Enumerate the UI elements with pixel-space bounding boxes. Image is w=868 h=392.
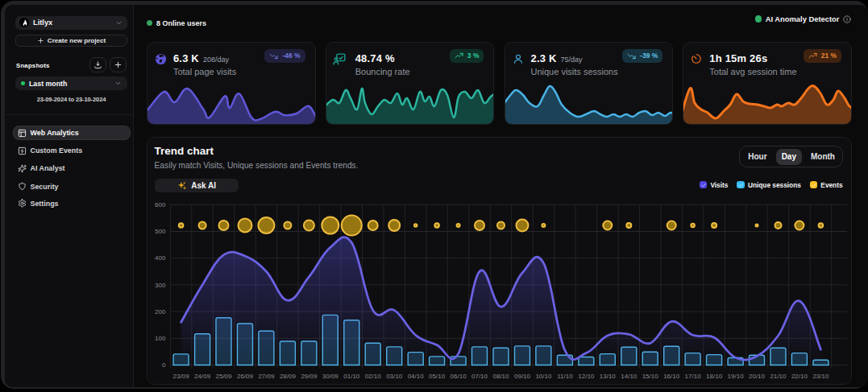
- svg-text:22/10: 22/10: [791, 373, 808, 380]
- svg-text:04/10: 04/10: [408, 373, 425, 380]
- svg-text:08/10: 08/10: [492, 373, 509, 380]
- svg-text:500: 500: [155, 228, 166, 235]
- svg-text:21/10: 21/10: [770, 373, 787, 380]
- svg-text:23/10: 23/10: [812, 373, 829, 380]
- svg-text:07/10: 07/10: [471, 373, 488, 380]
- svg-text:29/09: 29/09: [301, 373, 318, 380]
- svg-text:15/10: 15/10: [642, 373, 659, 380]
- svg-text:23/09: 23/09: [173, 373, 190, 380]
- svg-text:24/09: 24/09: [194, 373, 211, 380]
- svg-text:12/10: 12/10: [578, 373, 595, 380]
- svg-text:13/10: 13/10: [600, 373, 617, 380]
- svg-text:300: 300: [155, 281, 166, 288]
- svg-text:20/10: 20/10: [749, 373, 766, 380]
- svg-text:10/10: 10/10: [535, 373, 552, 380]
- svg-text:05/10: 05/10: [429, 373, 446, 380]
- svg-text:0: 0: [162, 361, 166, 369]
- svg-text:06/10: 06/10: [451, 373, 467, 380]
- svg-text:26/09: 26/09: [237, 373, 254, 380]
- svg-text:600: 600: [155, 201, 166, 208]
- svg-text:09/10: 09/10: [514, 373, 531, 380]
- svg-text:03/10: 03/10: [386, 373, 403, 380]
- svg-text:11/10: 11/10: [557, 373, 573, 380]
- svg-text:25/09: 25/09: [215, 373, 232, 380]
- svg-text:100: 100: [155, 335, 166, 342]
- svg-text:30/09: 30/09: [322, 373, 339, 380]
- svg-text:400: 400: [155, 254, 166, 262]
- svg-text:19/10: 19/10: [728, 373, 745, 380]
- svg-text:17/10: 17/10: [685, 373, 702, 380]
- svg-text:14/10: 14/10: [621, 373, 638, 380]
- svg-text:200: 200: [155, 308, 166, 316]
- svg-text:28/09: 28/09: [280, 373, 297, 380]
- svg-text:02/10: 02/10: [365, 373, 382, 380]
- svg-text:27/09: 27/09: [258, 373, 275, 380]
- svg-text:16/10: 16/10: [663, 373, 680, 380]
- svg-text:01/10: 01/10: [343, 373, 360, 380]
- svg-text:18/10: 18/10: [706, 373, 723, 380]
